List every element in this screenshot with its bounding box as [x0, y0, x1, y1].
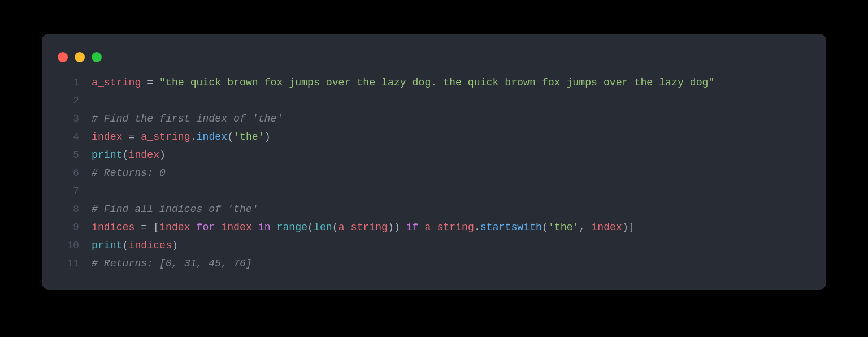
token-var: indices — [129, 240, 172, 251]
token-str: 'the' — [548, 222, 579, 233]
zoom-icon[interactable] — [92, 52, 102, 62]
code-line[interactable]: 8# Find all indices of 'the' — [58, 200, 810, 218]
code-content: # Returns: 0 — [92, 164, 166, 182]
line-number: 10 — [58, 236, 92, 254]
line-number: 7 — [58, 182, 92, 200]
token-punc: ( — [123, 149, 129, 161]
code-line[interactable]: 1a_string = "the quick brown fox jumps o… — [58, 74, 810, 92]
code-line[interactable]: 11# Returns: [0, 31, 45, 76] — [58, 254, 810, 273]
token-default — [190, 222, 197, 233]
token-var: a_string — [338, 222, 388, 233]
token-var: index — [129, 149, 160, 161]
token-punc: ] — [628, 222, 635, 233]
code-content: # Find the first index of 'the' — [92, 110, 283, 128]
code-window: 1a_string = "the quick brown fox jumps o… — [42, 34, 826, 290]
token-var: index — [591, 222, 622, 233]
code-line[interactable]: 2 — [58, 92, 810, 110]
token-default — [153, 77, 159, 88]
token-punc: ) — [394, 222, 400, 233]
code-line[interactable]: 5print(index) — [58, 146, 810, 164]
code-editor[interactable]: 1a_string = "the quick brown fox jumps o… — [42, 74, 826, 273]
minimize-icon[interactable] — [75, 52, 85, 62]
token-str: 'the' — [233, 131, 264, 142]
window-titlebar — [42, 47, 826, 74]
token-var: a_string — [92, 77, 141, 88]
code-line[interactable]: 4index = a_string.index('the') — [58, 128, 810, 146]
token-punc: . — [474, 222, 480, 233]
token-default — [271, 222, 277, 233]
token-punc: ( — [332, 222, 338, 233]
code-line[interactable]: 7 — [58, 182, 810, 200]
token-kw: in — [258, 222, 271, 233]
code-content: print(index) — [92, 146, 166, 164]
line-number: 2 — [58, 92, 92, 110]
code-line[interactable]: 9indices = [index for index in range(len… — [58, 218, 810, 236]
line-number: 4 — [58, 128, 92, 146]
token-str: "the quick brown fox jumps over the lazy… — [159, 77, 714, 88]
line-number: 6 — [58, 164, 92, 182]
code-line[interactable]: 3# Find the first index of 'the' — [58, 110, 810, 128]
token-kw: for — [197, 222, 215, 233]
token-default — [419, 222, 425, 233]
token-com: # Returns: 0 — [92, 167, 166, 179]
token-punc: ( — [227, 131, 233, 142]
token-com: # Find all indices of 'the' — [92, 204, 258, 215]
token-kw: if — [406, 222, 419, 233]
token-op: = — [141, 222, 147, 233]
token-punc: . — [190, 131, 197, 142]
line-number: 9 — [58, 218, 92, 236]
token-com: # Returns: [0, 31, 45, 76] — [92, 258, 252, 269]
token-default — [585, 222, 591, 233]
token-punc: ) — [264, 131, 271, 142]
token-punc: , — [579, 222, 585, 233]
token-op: = — [129, 131, 135, 142]
token-builtin: range — [277, 222, 308, 233]
token-var: index — [221, 222, 252, 233]
code-content: # Find all indices of 'the' — [92, 200, 258, 218]
token-func: startswith — [480, 222, 542, 233]
token-var: a_string — [141, 131, 190, 142]
token-punc: [ — [153, 222, 159, 233]
token-var: indices — [92, 222, 134, 233]
token-com: # Find the first index of 'the' — [92, 113, 283, 124]
token-default — [141, 77, 147, 88]
token-punc: ( — [123, 240, 129, 251]
token-punc: ) — [159, 149, 166, 161]
token-default — [134, 131, 141, 142]
line-number: 8 — [58, 200, 92, 218]
code-content: # Returns: [0, 31, 45, 76] — [92, 254, 252, 273]
line-number: 3 — [58, 110, 92, 128]
token-punc: ) — [172, 240, 178, 251]
code-line[interactable]: 6# Returns: 0 — [58, 164, 810, 182]
code-content: print(indices) — [92, 236, 178, 254]
token-punc: ) — [388, 222, 394, 233]
line-number: 11 — [58, 254, 92, 273]
token-default — [400, 222, 406, 233]
line-number: 5 — [58, 146, 92, 164]
token-default — [134, 222, 141, 233]
token-var: a_string — [425, 222, 474, 233]
token-builtin: print — [92, 149, 123, 161]
token-builtin: print — [92, 240, 123, 251]
token-punc: ) — [622, 222, 628, 233]
token-default — [147, 222, 153, 233]
code-content: indices = [index for index in range(len(… — [92, 218, 635, 236]
code-content: index = a_string.index('the') — [92, 128, 271, 146]
code-content: a_string = "the quick brown fox jumps ov… — [92, 74, 714, 92]
token-var: index — [159, 222, 190, 233]
token-default — [215, 222, 221, 233]
token-punc: ( — [307, 222, 314, 233]
token-op: = — [147, 77, 153, 88]
token-builtin: len — [314, 222, 332, 233]
token-func: index — [197, 131, 228, 142]
token-var: index — [92, 131, 123, 142]
token-default — [252, 222, 258, 233]
token-default — [123, 131, 129, 142]
token-punc: ( — [542, 222, 548, 233]
line-number: 1 — [58, 74, 92, 92]
close-icon[interactable] — [58, 52, 68, 62]
code-line[interactable]: 10print(indices) — [58, 236, 810, 254]
